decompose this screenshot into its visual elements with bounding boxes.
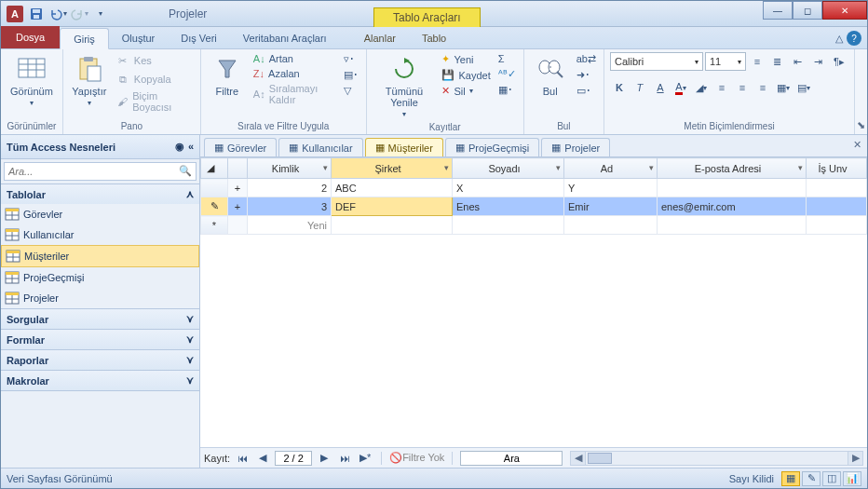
align-right-icon[interactable]: ≡ xyxy=(753,78,772,97)
sort-asc-button[interactable]: A↓Artan xyxy=(251,52,338,65)
undo-icon[interactable]: ▾ xyxy=(47,4,68,24)
expand-row-icon[interactable]: + xyxy=(228,179,248,197)
altrow-icon[interactable]: ▤▾ xyxy=(794,78,813,97)
indent-inc-icon[interactable]: ⇥ xyxy=(809,52,828,71)
qat-customize-icon[interactable]: ▾ xyxy=(90,4,111,24)
data-row-selected[interactable]: ✎+ 3 DEF Enes Emir enes@emir.com xyxy=(201,197,867,216)
last-record-button[interactable]: ⏭ xyxy=(336,451,353,466)
italic-icon[interactable]: T xyxy=(631,78,649,97)
file-tab[interactable]: Dosya xyxy=(1,26,60,48)
delete-record-button[interactable]: ✕Sil▾ xyxy=(440,84,492,98)
col-extra[interactable]: İş Unv xyxy=(807,158,867,179)
indent-dec-icon[interactable]: ⇤ xyxy=(789,52,807,71)
numbering-icon[interactable]: ≣ xyxy=(768,52,787,71)
col-ad[interactable]: Ad▾ xyxy=(564,158,658,179)
underline-icon[interactable]: A xyxy=(651,78,670,97)
fill-color-icon[interactable]: ◢▾ xyxy=(692,78,711,97)
doc-tab-kullanicilar[interactable]: ▦Kullanıcılar xyxy=(278,138,362,156)
goto-button[interactable]: ➜･ xyxy=(575,68,598,82)
search-icon[interactable]: 🔍 xyxy=(179,165,192,177)
minimize-button[interactable]: — xyxy=(763,1,793,20)
find-button[interactable]: Bul xyxy=(530,52,571,99)
redo-icon[interactable]: ▾ xyxy=(69,4,89,24)
nav-header[interactable]: Tüm Access Nesneleri ◉« xyxy=(1,135,199,159)
design-view-button[interactable]: ✎ xyxy=(802,471,821,486)
expand-row-icon[interactable]: + xyxy=(228,197,248,216)
new-row[interactable]: * Yeni xyxy=(201,216,867,235)
close-button[interactable]: ✕ xyxy=(822,1,867,20)
datasheet-view-button[interactable]: ▦ xyxy=(781,471,800,486)
tab-dbtools[interactable]: Veritabanı Araçları xyxy=(230,27,340,48)
scroll-thumb[interactable] xyxy=(588,453,612,464)
copy-button[interactable]: ⧉Kopyala xyxy=(114,71,195,88)
ribbon-dialog-launcher-icon[interactable]: ⬊ xyxy=(855,49,867,134)
first-record-button[interactable]: ⏮ xyxy=(234,451,251,466)
nav-item-projegecmisi[interactable]: ProjeGeçmişi xyxy=(1,267,199,288)
filter-button[interactable]: Filtre xyxy=(207,52,248,99)
spelling-button[interactable]: ᴬᴮ✓ xyxy=(496,67,518,81)
text-dir-icon[interactable]: ¶▸ xyxy=(830,52,848,71)
selection-filter-button[interactable]: ▿･ xyxy=(342,52,360,66)
col-kimlik[interactable]: Kimlik▾ xyxy=(248,158,332,179)
tab-home[interactable]: Giriş xyxy=(60,28,109,49)
doc-tab-projegecmisi[interactable]: ▦ProjeGeçmişi xyxy=(445,138,539,156)
paste-button[interactable]: Yapıştır▾ xyxy=(69,52,110,109)
select-button[interactable]: ▭･ xyxy=(575,84,598,98)
gridlines-icon[interactable]: ▦▾ xyxy=(774,78,793,97)
size-select[interactable]: 11▾ xyxy=(705,52,746,71)
doc-close-icon[interactable]: ✕ xyxy=(853,139,861,151)
pivot-view-button[interactable]: ◫ xyxy=(822,471,841,486)
bold-icon[interactable]: K xyxy=(610,78,629,97)
next-record-button[interactable]: ▶ xyxy=(316,451,332,466)
record-search-input[interactable] xyxy=(460,451,563,466)
app-icon[interactable]: A xyxy=(5,4,25,24)
align-left-icon[interactable]: ≡ xyxy=(712,78,731,97)
maximize-button[interactable]: ◻ xyxy=(793,1,822,20)
select-all-cell[interactable]: ◢ xyxy=(201,158,228,179)
font-color-icon[interactable]: A▾ xyxy=(671,78,690,97)
chart-view-button[interactable]: 📊 xyxy=(843,471,861,486)
toggle-filter-button[interactable]: ▽ xyxy=(342,84,360,98)
new-record-button[interactable]: ✦Yeni xyxy=(440,52,492,66)
nav-group-tables-head[interactable]: Tablolar⋏ xyxy=(1,184,199,204)
help-icon[interactable]: ? xyxy=(847,31,861,46)
nav-menu-icon[interactable]: ◉ xyxy=(175,141,184,153)
font-select[interactable]: Calibri▾ xyxy=(610,52,703,71)
tab-external[interactable]: Dış Veri xyxy=(168,27,230,48)
view-button[interactable]: Görünüm▾ xyxy=(7,52,57,109)
align-center-icon[interactable]: ≡ xyxy=(733,78,752,97)
record-position-input[interactable] xyxy=(275,451,312,466)
col-eposta[interactable]: E-posta Adresi▾ xyxy=(658,158,807,179)
save-record-button[interactable]: 💾Kaydet xyxy=(440,68,492,82)
tab-create[interactable]: Oluştur xyxy=(109,27,168,48)
nav-item-projeler[interactable]: Projeler xyxy=(1,288,199,308)
nav-search-input[interactable] xyxy=(4,162,197,181)
more-records-button[interactable]: ▦･ xyxy=(496,83,518,97)
scroll-right-icon[interactable]: ▶ xyxy=(848,452,862,465)
refresh-button[interactable]: Tümünü Yenile▾ xyxy=(373,52,437,120)
cut-button[interactable]: ✂Kes xyxy=(114,52,195,69)
tab-fields[interactable]: Alanlar xyxy=(351,27,409,48)
bullets-icon[interactable]: ≡ xyxy=(748,52,766,71)
nav-item-musteriler[interactable]: Müşteriler xyxy=(1,245,199,267)
horizontal-scrollbar[interactable]: ◀ ▶ xyxy=(570,451,863,466)
col-soyadi[interactable]: Soyadı▾ xyxy=(453,158,564,179)
tab-table[interactable]: Tablo xyxy=(409,27,459,48)
format-painter-button[interactable]: 🖌Biçim Boyacısı xyxy=(114,89,195,114)
sort-desc-button[interactable]: Z↓Azalan xyxy=(251,67,338,80)
doc-tab-musteriler[interactable]: ▦Müşteriler xyxy=(365,138,443,156)
clear-sort-button[interactable]: A↕Sıralamayı Kaldır xyxy=(251,82,338,106)
data-row[interactable]: + 2 ABC X Y xyxy=(201,179,867,197)
col-sirket[interactable]: Şirket▾ xyxy=(332,158,453,179)
nav-collapse-icon[interactable]: « xyxy=(188,141,194,153)
nav-item-gorevler[interactable]: Görevler xyxy=(1,204,199,224)
editing-cell[interactable]: DEF xyxy=(332,197,453,216)
doc-tab-projeler[interactable]: ▦Projeler xyxy=(541,138,610,156)
nav-item-kullanicilar[interactable]: Kullanıcılar xyxy=(1,224,199,245)
replace-button[interactable]: ab⇄ xyxy=(575,52,598,66)
prev-record-button[interactable]: ◀ xyxy=(254,451,271,466)
advanced-filter-button[interactable]: ▤･ xyxy=(342,68,360,82)
save-icon[interactable] xyxy=(26,4,47,24)
totals-button[interactable]: Σ xyxy=(496,52,518,65)
new-record-nav-button[interactable]: ▶* xyxy=(357,451,373,466)
